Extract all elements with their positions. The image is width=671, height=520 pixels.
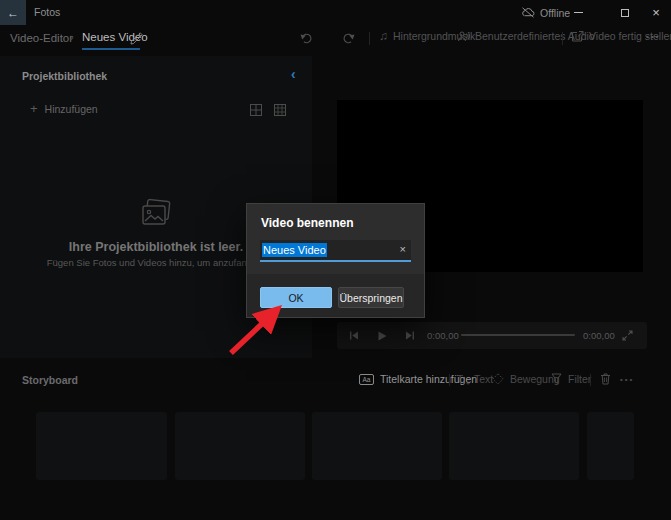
text-tool-label: Text xyxy=(474,373,493,385)
storyboard-header: Storyboard xyxy=(22,374,78,386)
export-video-icon xyxy=(571,30,584,43)
storyboard-slot xyxy=(175,412,305,480)
filter-icon xyxy=(551,373,562,385)
plus-icon: + xyxy=(30,102,38,115)
cloud-offline-icon xyxy=(521,7,535,18)
seek-slider[interactable] xyxy=(461,334,575,336)
storyboard-slot xyxy=(36,412,167,480)
custom-audio-icon xyxy=(457,30,470,43)
collapse-panel-button[interactable]: ‹ xyxy=(291,66,296,82)
large-grid-view-button[interactable] xyxy=(249,103,262,116)
add-media-button[interactable]: + Hinzufügen xyxy=(30,102,98,115)
play-button[interactable] xyxy=(373,322,391,349)
toolbar-separator xyxy=(369,32,370,45)
previous-frame-icon xyxy=(349,331,359,340)
back-icon: ← xyxy=(7,6,19,20)
play-icon xyxy=(378,331,387,341)
playback-controls: 0:00,00 0:00,00 xyxy=(337,322,647,349)
elapsed-time: 0:00,00 xyxy=(427,322,459,349)
title-card-icon: Aa xyxy=(359,374,374,385)
previous-frame-button[interactable] xyxy=(345,322,363,349)
redo-icon xyxy=(342,32,355,45)
pencil-icon xyxy=(130,32,143,45)
next-frame-button[interactable] xyxy=(401,322,419,349)
more-icon: ••• xyxy=(620,375,634,384)
minimize-button[interactable] xyxy=(563,0,593,25)
filter-tool-label: Filter xyxy=(568,373,591,385)
project-library-header: Projektbibliothek xyxy=(22,70,107,82)
maximize-icon xyxy=(621,9,629,17)
music-note-icon: ♫ xyxy=(379,30,388,42)
rename-button[interactable] xyxy=(128,30,144,46)
motion-tool-button[interactable]: Bewegung xyxy=(492,371,560,387)
duration-time: 0:00,00 xyxy=(583,322,615,349)
undo-button[interactable] xyxy=(298,30,314,46)
clear-input-icon[interactable]: × xyxy=(400,243,406,255)
storyboard-slot xyxy=(587,412,634,480)
storyboard-more-button[interactable]: ••• xyxy=(620,371,634,387)
fullscreen-icon xyxy=(622,330,633,341)
text-icon: T + xyxy=(457,374,468,385)
annotation-arrow xyxy=(222,298,292,360)
chevron-right-icon: › xyxy=(70,31,74,43)
toolbar-more-button[interactable]: ••• xyxy=(646,27,660,45)
text-icon-plus: + xyxy=(466,380,470,387)
video-name-input[interactable]: Neues Video × xyxy=(260,240,411,262)
trash-icon xyxy=(600,373,611,385)
delete-button[interactable] xyxy=(600,371,611,387)
text-icon-letter: T xyxy=(457,374,463,385)
storyboard-slot xyxy=(312,412,442,480)
skip-button[interactable]: Überspringen xyxy=(338,287,404,308)
photos-stack-icon xyxy=(138,199,174,229)
back-button[interactable]: ← xyxy=(0,0,26,25)
storyboard-separator xyxy=(590,374,591,386)
next-frame-icon xyxy=(405,331,415,340)
empty-library-title: Ihre Projektbibliothek ist leer. xyxy=(36,240,276,254)
dialog-title: Video benennen xyxy=(261,216,353,230)
motion-icon xyxy=(492,373,504,385)
breadcrumb-video-editor[interactable]: Video-Editor xyxy=(10,32,73,44)
maximize-button[interactable] xyxy=(610,0,640,25)
app-title: Fotos xyxy=(34,0,60,25)
video-name-value: Neues Video xyxy=(262,243,327,257)
grid-large-icon xyxy=(250,104,262,116)
close-icon: × xyxy=(652,5,660,20)
small-grid-view-button[interactable] xyxy=(273,103,286,116)
filter-tool-button[interactable]: Filter xyxy=(551,371,591,387)
storyboard-separator xyxy=(449,374,450,386)
tab-active-underline xyxy=(82,48,140,50)
empty-library-subtitle: Fügen Sie Fotos und Videos hinzu, um anz… xyxy=(36,257,276,268)
minimize-icon xyxy=(574,12,583,13)
close-button[interactable]: × xyxy=(641,0,671,25)
photos-app-window: ← Fotos Offline × Video-Editor › Neues V… xyxy=(0,0,671,520)
undo-icon xyxy=(300,32,313,45)
storyboard-slot xyxy=(449,412,579,480)
redo-button[interactable] xyxy=(340,30,356,46)
add-media-label: Hinzufügen xyxy=(45,103,98,115)
toolbar-separator xyxy=(562,32,563,45)
text-tool-button[interactable]: T + Text xyxy=(457,371,493,387)
more-icon: ••• xyxy=(646,32,660,41)
fullscreen-button[interactable] xyxy=(617,322,637,349)
empty-library-message: Ihre Projektbibliothek ist leer. Fügen S… xyxy=(36,199,276,268)
grid-small-icon xyxy=(274,104,286,116)
